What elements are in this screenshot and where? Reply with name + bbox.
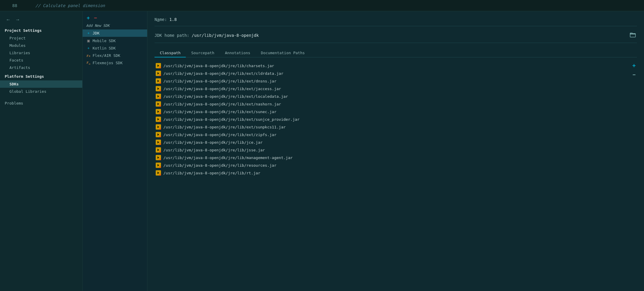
- classpath-item[interactable]: /usr/lib/jvm/java-8-openjdk/jre/lib/jce.…: [155, 139, 622, 146]
- jar-icon: [156, 124, 161, 130]
- classpath-path: /usr/lib/jvm/java-8-openjdk/jre/lib/char…: [163, 64, 274, 68]
- classpath-path: /usr/lib/jvm/java-8-openjdk/jre/lib/jsse…: [163, 148, 265, 152]
- tab-classpath[interactable]: Classpath: [155, 49, 186, 57]
- jar-icon: [156, 155, 161, 160]
- jdk-home-value: /usr/lib/jvm/java-8-openjdk: [192, 33, 626, 38]
- svg-marker-1: [157, 65, 159, 67]
- classpath-path: /usr/lib/jvm/java-8-openjdk/jre/lib/jce.…: [163, 140, 263, 145]
- sdk-item-kotlin[interactable]: + Kotlin SDK: [83, 44, 147, 52]
- jar-icon: [156, 71, 161, 76]
- classpath-path: /usr/lib/jvm/java-8-openjdk/jre/lib/ext/…: [163, 79, 277, 83]
- sidebar-item-project[interactable]: Project: [0, 34, 82, 42]
- tab-documentation-paths[interactable]: Documentation Paths: [256, 49, 310, 57]
- svg-marker-6: [157, 103, 159, 105]
- nav-back-button[interactable]: ←: [5, 16, 12, 23]
- jar-icon: [156, 101, 161, 107]
- svg-marker-10: [157, 133, 159, 136]
- classpath-path: /usr/lib/jvm/java-8-openjdk/jre/lib/ext/…: [163, 87, 281, 91]
- sidebar-item-libraries[interactable]: Libraries: [0, 49, 82, 57]
- classpath-path: /usr/lib/jvm/java-8-openjdk/jre/lib/mana…: [163, 156, 293, 160]
- name-row: Name: 1.8: [155, 17, 637, 26]
- project-settings-header: Project Settings: [0, 27, 82, 34]
- sidebar-item-modules[interactable]: Modules: [0, 42, 82, 49]
- classpath-path: /usr/lib/jvm/java-8-openjdk/jre/lib/ext/…: [163, 102, 281, 106]
- tab-sourcepath[interactable]: Sourcepath: [186, 49, 219, 57]
- code-comment: // Calculate panel dimension: [35, 3, 105, 8]
- sidebar-item-artifacts[interactable]: Artifacts: [0, 64, 82, 71]
- jar-icon: [156, 94, 161, 99]
- name-label: Name:: [155, 17, 167, 22]
- main-layout: ← → Project Settings Project Modules Lib…: [0, 11, 644, 291]
- sidebar-item-global-libraries[interactable]: Global Libraries: [0, 88, 82, 95]
- svg-marker-14: [157, 164, 159, 166]
- name-value: 1.8: [169, 17, 187, 22]
- sidebar-item-facets[interactable]: Facets: [0, 57, 82, 64]
- add-sdk-button[interactable]: +: [86, 15, 91, 21]
- sidebar: ← → Project Settings Project Modules Lib…: [0, 11, 83, 291]
- sdk-panel: + − Add New SDK + JDK ▣ Mobile SDK + Kot…: [83, 11, 147, 291]
- classpath-item[interactable]: /usr/lib/jvm/java-8-openjdk/jre/lib/ext/…: [155, 70, 622, 77]
- classpath-path: /usr/lib/jvm/java-8-openjdk/jre/lib/reso…: [163, 163, 277, 168]
- fx-icon: Fx: [86, 54, 91, 57]
- svg-marker-2: [157, 72, 159, 75]
- sdk-item-flexmojos[interactable]: Fm Flexmojos SDK: [83, 59, 147, 67]
- classpath-section: /usr/lib/jvm/java-8-openjdk/jre/lib/char…: [155, 62, 637, 176]
- jar-icon: [156, 117, 161, 122]
- remove-sdk-button[interactable]: −: [93, 15, 98, 21]
- classpath-path: /usr/lib/jvm/java-8-openjdk/jre/lib/ext/…: [163, 94, 288, 99]
- jar-icon: [156, 63, 161, 68]
- classpath-item[interactable]: /usr/lib/jvm/java-8-openjdk/jre/lib/char…: [155, 62, 622, 69]
- svg-marker-15: [157, 172, 159, 174]
- svg-marker-13: [157, 156, 159, 159]
- svg-marker-12: [157, 149, 159, 151]
- classpath-item[interactable]: /usr/lib/jvm/java-8-openjdk/jre/lib/jsse…: [155, 146, 622, 153]
- jdk-home-row: JDK home path: /usr/lib/jvm/java-8-openj…: [155, 32, 637, 43]
- sdk-item-mobile[interactable]: ▣ Mobile SDK: [83, 37, 147, 44]
- classpath-path: /usr/lib/jvm/java-8-openjdk/jre/lib/ext/…: [163, 110, 277, 114]
- nav-forward-button[interactable]: →: [14, 16, 21, 23]
- top-bar: 88 // Calculate panel dimension: [0, 0, 644, 11]
- classpath-item[interactable]: /usr/lib/jvm/java-8-openjdk/jre/lib/ext/…: [155, 108, 622, 115]
- mobile-icon: ▣: [86, 38, 91, 43]
- classpath-item[interactable]: /usr/lib/jvm/java-8-openjdk/jre/lib/ext/…: [155, 85, 622, 92]
- platform-settings-header: Platform Settings: [0, 71, 82, 80]
- jar-icon: [156, 132, 161, 137]
- classpath-item[interactable]: /usr/lib/jvm/java-8-openjdk/jre/lib/ext/…: [155, 77, 622, 85]
- tab-annotations[interactable]: Annotations: [220, 49, 256, 57]
- classpath-item[interactable]: /usr/lib/jvm/java-8-openjdk/jre/lib/reso…: [155, 162, 622, 169]
- classpath-path: /usr/lib/jvm/java-8-openjdk/jre/lib/ext/…: [163, 133, 277, 137]
- sidebar-item-problems[interactable]: Problems: [0, 98, 82, 107]
- add-classpath-button[interactable]: +: [631, 62, 637, 69]
- remove-classpath-button[interactable]: −: [631, 72, 637, 78]
- classpath-item[interactable]: /usr/lib/jvm/java-8-openjdk/jre/lib/ext/…: [155, 93, 622, 100]
- jdk-home-label: JDK home path:: [155, 33, 189, 38]
- svg-marker-11: [157, 141, 159, 143]
- line-number: 88: [6, 3, 24, 8]
- classpath-path: /usr/lib/jvm/java-8-openjdk/jre/lib/ext/…: [163, 125, 286, 129]
- kotlin-plus-icon: +: [86, 46, 91, 50]
- tabs-row: Classpath Sourcepath Annotations Documen…: [155, 49, 637, 57]
- sidebar-nav-buttons: ← →: [0, 14, 82, 27]
- browse-button[interactable]: [629, 32, 637, 39]
- svg-marker-9: [157, 126, 159, 128]
- plus-icon: +: [86, 31, 91, 35]
- sidebar-item-sdks[interactable]: SDKs: [0, 80, 82, 88]
- classpath-item[interactable]: /usr/lib/jvm/java-8-openjdk/jre/lib/ext/…: [155, 131, 622, 138]
- sdk-item-flex-air[interactable]: Fx Flex/AIR SDK: [83, 52, 147, 59]
- sdk-item-jdk[interactable]: + JDK: [83, 29, 147, 37]
- jar-icon: [156, 140, 161, 145]
- classpath-list: /usr/lib/jvm/java-8-openjdk/jre/lib/char…: [155, 62, 622, 176]
- svg-marker-7: [157, 110, 159, 113]
- classpath-item[interactable]: /usr/lib/jvm/java-8-openjdk/jre/lib/ext/…: [155, 100, 622, 108]
- classpath-item[interactable]: /usr/lib/jvm/java-8-openjdk/jre/lib/mana…: [155, 154, 622, 161]
- classpath-item[interactable]: /usr/lib/jvm/java-8-openjdk/jre/lib/ext/…: [155, 123, 622, 130]
- classpath-item[interactable]: /usr/lib/jvm/java-8-openjdk/jre/lib/rt.j…: [155, 169, 622, 176]
- jar-icon: [156, 78, 161, 84]
- jar-icon: [156, 86, 161, 91]
- fm-icon: Fm: [86, 61, 91, 65]
- add-new-sdk-label: Add New SDK: [83, 23, 147, 29]
- svg-marker-3: [157, 80, 159, 82]
- jar-icon: [156, 163, 161, 168]
- jar-icon: [156, 147, 161, 153]
- classpath-item[interactable]: /usr/lib/jvm/java-8-openjdk/jre/lib/ext/…: [155, 116, 622, 123]
